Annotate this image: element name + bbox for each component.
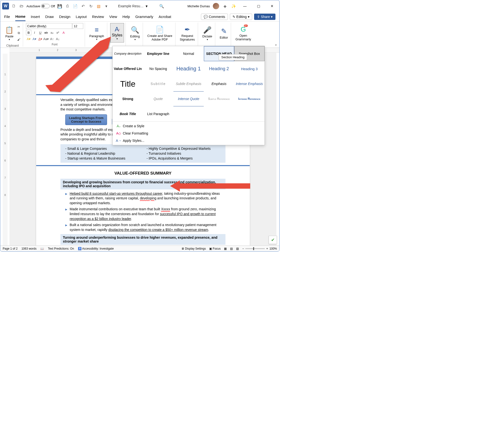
superscript-button[interactable]: x²	[55, 30, 61, 35]
style-option[interactable]: Heading 1	[173, 61, 204, 76]
spell-check-icon[interactable]: 📄	[72, 3, 78, 9]
tab-home[interactable]: Home	[15, 12, 26, 21]
zoom-level[interactable]: 100%	[269, 247, 277, 250]
style-option[interactable]: Intense Emphasis	[234, 76, 265, 91]
tab-insert[interactable]: Insert	[31, 13, 40, 21]
redo-icon[interactable]: ↻	[88, 3, 94, 9]
font-size-input[interactable]	[73, 23, 83, 29]
style-option[interactable]: Company description	[113, 46, 143, 61]
focus-mode[interactable]: ▣ Focus	[209, 247, 221, 250]
strike-button[interactable]: ab	[44, 30, 49, 35]
create-pdf-button[interactable]: 📄Create and ShareAdobe PDF	[146, 23, 174, 44]
copy-icon[interactable]: ⧉	[16, 30, 21, 36]
text-effects-icon[interactable]: A▾	[32, 36, 37, 42]
style-option[interactable]: Quote	[143, 91, 173, 106]
style-option[interactable]: Subtle Emphasis	[173, 76, 204, 91]
display-settings[interactable]: 🖥 Display Settings	[181, 247, 206, 250]
read-mode-icon[interactable]: ▦	[224, 247, 227, 250]
web-layout-icon[interactable]: ▧	[236, 247, 239, 250]
tab-acrobat[interactable]: Acrobat	[159, 13, 171, 21]
text-predictions[interactable]: Text Predictions: On	[48, 247, 74, 250]
tab-view[interactable]: View	[109, 13, 117, 21]
signatures-group: ✒RequestSignatures	[177, 23, 198, 47]
text-highlight-icon[interactable]: A▾	[26, 36, 31, 42]
page-indicator[interactable]: Page 1 of 2	[3, 247, 17, 250]
open-folder-icon[interactable]: 🗁	[19, 3, 25, 9]
font-name-input[interactable]	[26, 23, 72, 29]
doc-title-chevron-icon[interactable]: ▾	[146, 4, 148, 9]
open-grammarly-button[interactable]: G5+OpenGrammarly	[234, 23, 252, 44]
subscript-button[interactable]: x₂	[49, 30, 55, 35]
maximize-button[interactable]: ▢	[253, 2, 264, 10]
zoom-in-icon[interactable]: +	[266, 247, 268, 250]
zoom-control[interactable]: − + 100%	[242, 247, 277, 250]
print-preview-icon[interactable]: ⎙	[64, 3, 70, 9]
style-option[interactable]: No Spacing	[143, 61, 173, 76]
style-option[interactable]: Employer line	[143, 46, 173, 61]
font-color-icon[interactable]: A▾	[38, 36, 43, 42]
cut-icon[interactable]: ✂	[16, 24, 21, 29]
vertical-ruler[interactable]: 12345678	[3, 54, 8, 245]
editor-button[interactable]: ✎Editor	[218, 23, 229, 44]
underline-button[interactable]: U	[38, 30, 43, 35]
comments-button[interactable]: 💬 Comments	[201, 14, 228, 20]
search-icon[interactable]: 🔍	[159, 3, 165, 9]
dictate-button[interactable]: 🎤Dictate▾	[201, 23, 214, 44]
style-option[interactable]: List Paragraph	[143, 106, 173, 121]
style-option[interactable]: Intense Quote	[173, 91, 204, 106]
style-option[interactable]: Strong	[113, 91, 143, 106]
accessibility-status[interactable]: ♿ Accessibility: Investigate	[78, 247, 114, 250]
document-title[interactable]: Example Resu…	[118, 4, 143, 8]
tab-design[interactable]: Design	[59, 13, 70, 21]
wand-icon[interactable]: ✨	[231, 3, 237, 9]
user-name[interactable]: Michelle Dumas	[187, 4, 210, 8]
clear-format-icon[interactable]: A	[61, 30, 66, 35]
apply-styles-action[interactable]: A→Apply Styles...	[116, 138, 262, 144]
save-icon[interactable]: 💾	[57, 3, 62, 9]
minimize-button[interactable]: —	[240, 2, 250, 10]
zoom-out-icon[interactable]: −	[242, 247, 244, 250]
italic-button[interactable]: I	[32, 30, 37, 35]
toggle-switch[interactable]	[41, 4, 50, 8]
tab-grammarly[interactable]: Grammarly	[135, 13, 153, 21]
editing-find-button[interactable]: 🔍Editing▾	[129, 23, 141, 44]
create-style-action[interactable]: A₊Create a Style	[116, 123, 262, 129]
style-option[interactable]: Book Title	[113, 106, 143, 121]
diamond-icon[interactable]: ◈	[222, 3, 228, 9]
style-option[interactable]: Heading 3	[234, 61, 265, 76]
style-option[interactable]: Subtle Reference	[204, 91, 234, 106]
editing-mode-button[interactable]: ✎ Editing ▾	[230, 14, 252, 20]
style-option[interactable]: Title	[113, 76, 143, 91]
bold-button[interactable]: B	[26, 30, 31, 35]
styles-button[interactable]: A⁄Styles▾	[110, 23, 124, 43]
print-layout-icon[interactable]: ▤	[230, 247, 233, 250]
style-option[interactable]: Heading 2	[204, 61, 234, 76]
collapse-ribbon-icon[interactable]: ⌄	[275, 42, 277, 46]
undo-icon[interactable]: ↶	[80, 3, 86, 9]
tab-review[interactable]: Review	[92, 13, 104, 21]
user-avatar[interactable]	[213, 3, 219, 9]
autosave-toggle[interactable]: AutoSave Off	[27, 4, 55, 8]
zoom-slider[interactable]	[245, 248, 265, 249]
style-option[interactable]: Subtitle	[143, 76, 173, 91]
request-signatures-button[interactable]: ✒RequestSignatures	[178, 23, 196, 44]
share-button[interactable]: ⇪ Share ▾	[254, 14, 276, 20]
style-option[interactable]: Emphasis	[204, 76, 234, 91]
paste-button[interactable]: 📋Paste▾	[4, 23, 15, 44]
format-painter-icon[interactable]: 🖌	[16, 37, 21, 42]
tab-draw[interactable]: Draw	[45, 13, 54, 21]
more-qat-icon[interactable]: ▾	[103, 3, 109, 9]
style-option[interactable]: Value Offered Lin	[113, 61, 143, 76]
style-option[interactable]: Normal	[173, 46, 204, 61]
close-button[interactable]: ✕	[267, 2, 277, 10]
grammarly-check-badge[interactable]: ✔	[269, 236, 277, 244]
word-count[interactable]: 1063 words	[21, 247, 36, 250]
tab-layout[interactable]: Layout	[76, 13, 87, 21]
tab-file[interactable]: File	[4, 13, 10, 21]
new-doc-icon[interactable]: 🗋	[11, 3, 17, 9]
clear-formatting-action[interactable]: A◇Clear Formatting	[116, 130, 262, 136]
highlight-icon[interactable]: ▧	[96, 3, 101, 9]
tab-help[interactable]: Help	[123, 13, 130, 21]
spell-lang-icon[interactable]: 📖	[40, 247, 44, 250]
style-option[interactable]: Intense Reference	[234, 91, 265, 106]
